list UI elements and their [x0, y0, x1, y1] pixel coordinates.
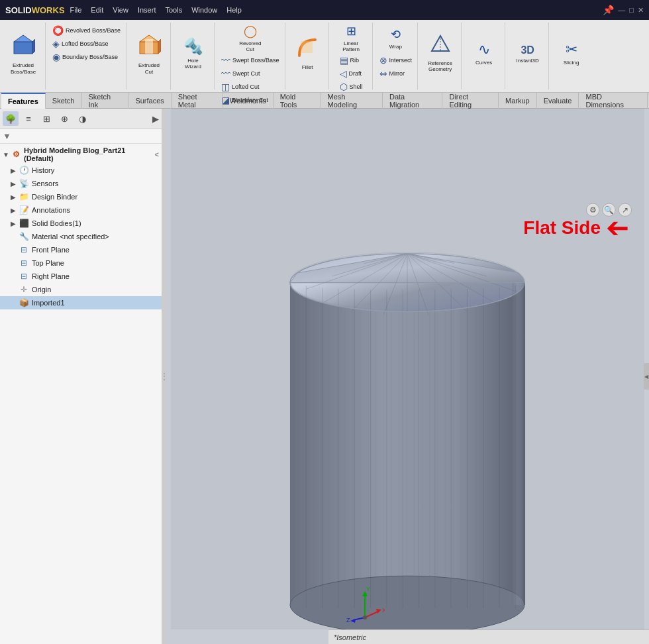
tree-item-design-binder[interactable]: ▶ 📁 Design Binder — [0, 190, 162, 203]
tree-item-material[interactable]: 🔧 Material <not specified> — [0, 230, 162, 243]
draft-button[interactable]: ◁ Draft — [337, 67, 366, 80]
lofted-cut-icon: ◫ — [221, 81, 230, 92]
sensors-expand[interactable]: ▶ — [11, 180, 19, 188]
menu-tools[interactable]: Tools — [165, 6, 182, 14]
mirror-button[interactable]: ⇔ Mirror — [377, 67, 415, 80]
filter-input[interactable] — [14, 133, 159, 140]
tab-mold-tools[interactable]: Mold Tools — [274, 93, 321, 109]
panel-btn-pie[interactable]: ◑ — [74, 111, 90, 126]
lofted-cut-button[interactable]: ◫ Lofted Cut — [219, 80, 282, 93]
intersect-button[interactable]: ⊗ Intersect — [377, 54, 415, 67]
design-binder-icon: 📁 — [19, 191, 29, 202]
extruded-cut-icon — [137, 32, 161, 62]
tab-mbd-dimensions[interactable]: MBD Dimensions — [579, 93, 648, 109]
panel-btn-grid[interactable]: ⊞ — [38, 111, 54, 126]
ref-geometry-button[interactable]: ReferenceGeometry — [422, 24, 458, 83]
collapse-handle[interactable]: ◀ — [644, 363, 649, 390]
menu-insert[interactable]: Insert — [138, 6, 156, 14]
tree-root[interactable]: ▼ ⚙ Hybrid Modeling Blog_Part21 (Default… — [0, 145, 162, 164]
toolbar-group-ref-geo: ReferenceGeometry — [419, 23, 462, 89]
boundary-boss-button[interactable]: ◉ Boundary Boss/Base — [50, 50, 123, 64]
tree-item-origin[interactable]: ✛ Origin — [0, 283, 162, 296]
annotations-expand[interactable]: ▶ — [11, 207, 19, 214]
design-binder-expand[interactable]: ▶ — [11, 193, 19, 201]
rib-button[interactable]: ▤ Rib — [337, 54, 366, 67]
svg-point-15 — [290, 576, 524, 629]
slicing-button[interactable]: ✂ Slicing — [553, 24, 589, 83]
tab-data-migration[interactable]: Data Migration — [383, 93, 442, 109]
svg-rect-48 — [513, 283, 524, 605]
extruded-boss-icon — [11, 32, 35, 62]
swept-cut-button[interactable]: 〰 Swept Cut — [219, 67, 282, 80]
toolbar-group-revolved-cut: ◯ Revolved Cut 〰 Swept Boss/Base 〰 Swept… — [216, 23, 285, 89]
fillet-button[interactable]: Fillet — [289, 24, 326, 83]
extruded-boss-button[interactable]: ExtrudedBoss/Base — [4, 24, 42, 83]
filter-icon: ▼ — [3, 131, 11, 141]
rib-icon: ▤ — [340, 55, 348, 66]
min-button[interactable]: — — [618, 6, 625, 14]
shell-button[interactable]: ⬡ Shell — [337, 80, 366, 93]
menu-view[interactable]: View — [113, 6, 128, 14]
revolved-boss-button[interactable]: ⭕ Revolved Boss/Base — [50, 24, 123, 37]
mirror-icon: ⇔ — [379, 68, 387, 79]
curves-button[interactable]: ∿ Curves — [466, 24, 502, 83]
menu-edit[interactable]: Edit — [91, 6, 103, 14]
tab-sketch-ink[interactable]: Sketch Ink — [82, 93, 129, 109]
svg-rect-6 — [145, 39, 153, 54]
shell-label: Shell — [350, 83, 363, 90]
toolbar-group-instant3d: 3D Instant3D — [507, 23, 549, 89]
annotations-icon: 📝 — [19, 205, 29, 215]
swept-boss-button[interactable]: 〰 Swept Boss/Base — [219, 54, 282, 67]
max-button[interactable]: □ — [629, 6, 634, 14]
revolved-cut-label: Revolved Cut — [234, 40, 266, 53]
solid-bodies-expand[interactable]: ▶ — [11, 220, 19, 227]
instant3d-icon: 3D — [521, 44, 534, 56]
tree-item-history[interactable]: ▶ 🕐 History — [0, 164, 162, 177]
extruded-cut-button[interactable]: ExtrudedCut — [130, 24, 168, 83]
wrap-button[interactable]: ⟲ Wrap — [377, 24, 414, 54]
panel-expand-chevron[interactable]: ▶ — [152, 114, 159, 124]
annotation-arrow: ➔ — [606, 211, 629, 244]
menu-window[interactable]: Window — [191, 6, 217, 14]
toolbar-group-revolved: ⭕ Revolved Boss/Base ◈ Lofted Boss/Base … — [47, 23, 126, 89]
menu-help[interactable]: Help — [226, 6, 242, 14]
title-right-icons: 📌 — □ ✕ — [603, 5, 644, 15]
lofted-boss-button[interactable]: ◈ Lofted Boss/Base — [50, 37, 123, 50]
menu-file[interactable]: File — [70, 6, 82, 14]
swept-boss-label: Swept Boss/Base — [232, 57, 279, 64]
app-logo: SOLIDWORKS — [5, 5, 70, 15]
instant3d-button[interactable]: 3D Instant3D — [509, 24, 546, 83]
mirror-label: Mirror — [389, 70, 405, 77]
tab-markup[interactable]: Markup — [499, 93, 537, 109]
hole-wizard-button[interactable]: 🔩 HoleWizard — [175, 24, 211, 83]
tree-item-solid-bodies[interactable]: ▶ ⬛ Solid Bodies(1) — [0, 217, 162, 230]
tab-evaluate[interactable]: Evaluate — [537, 93, 579, 109]
tab-mesh-modeling[interactable]: Mesh Modeling — [321, 93, 383, 109]
tab-sheet-metal[interactable]: Sheet Metal — [172, 93, 223, 109]
close-button[interactable]: ✕ — [638, 6, 644, 15]
sensors-label: Sensors — [32, 180, 58, 188]
tree-item-annotations[interactable]: ▶ 📝 Annotations — [0, 203, 162, 217]
tree-item-top-plane[interactable]: ⊟ Top Plane — [0, 256, 162, 270]
tab-surfaces[interactable]: Surfaces — [128, 93, 171, 109]
tree-item-sensors[interactable]: ▶ 📡 Sensors — [0, 177, 162, 190]
viewport[interactable]: ⚙ 🔍 ↗ Flat Side ➔ Y X — [166, 109, 649, 644]
tree-item-imported1[interactable]: 📦 Imported1 — [0, 296, 162, 309]
panel-toolbar: 🌳 ≡ ⊞ ⊕ ◑ ▶ — [0, 109, 162, 129]
tab-weldments[interactable]: Weldments — [223, 93, 274, 109]
root-expand[interactable]: ▼ — [3, 151, 11, 158]
panel-btn-add[interactable]: ⊕ — [56, 111, 72, 126]
feature-manager-panel: 🌳 ≡ ⊞ ⊕ ◑ ▶ ▼ ▼ ⚙ Hybrid Modeling Blog_P… — [0, 109, 162, 644]
pin-icon[interactable]: 📌 — [603, 5, 614, 15]
toolbar-group-cuts: ExtrudedCut — [128, 23, 171, 89]
tab-sketch[interactable]: Sketch — [46, 93, 82, 109]
revolved-cut-button[interactable]: ◯ Revolved Cut — [232, 24, 268, 54]
tree-item-right-plane[interactable]: ⊟ Right Plane — [0, 270, 162, 283]
tab-features[interactable]: Features — [1, 93, 46, 109]
history-expand[interactable]: ▶ — [11, 167, 19, 174]
tree-item-front-plane[interactable]: ⊟ Front Plane — [0, 243, 162, 256]
panel-btn-list[interactable]: ≡ — [21, 111, 36, 126]
panel-btn-tree[interactable]: 🌳 — [3, 111, 19, 126]
tab-direct-editing[interactable]: Direct Editing — [442, 93, 499, 109]
linear-pattern-button[interactable]: ⊞ Linear Pattern — [333, 24, 370, 54]
